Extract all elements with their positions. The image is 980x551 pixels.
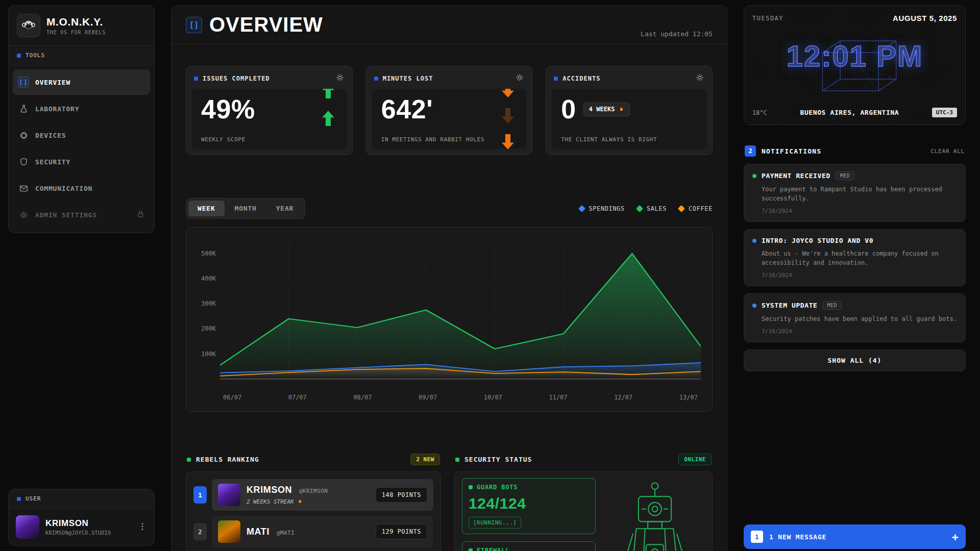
stat-body: 0 4 WEEKS THE CLIENT ALWAYS IS RIGHT xyxy=(552,89,706,149)
stat-value: 642' xyxy=(381,96,518,122)
stat-value-row: 0 4 WEEKS xyxy=(561,96,697,122)
user-email: KRIMSON@JOYCO.STUDIO xyxy=(45,530,111,536)
clear-all-button[interactable]: CLEAR ALL xyxy=(930,148,965,155)
section-bullet-icon xyxy=(17,497,21,501)
clock-date: AUGUST 5, 2025 xyxy=(893,14,957,22)
message-count-badge: 1 xyxy=(751,531,763,543)
guard-bots-state: [RUNNING...] xyxy=(469,517,521,529)
stat-card-issues: ISSUES COMPLETED 49% WEEKLY SCOPE xyxy=(186,66,353,155)
sidebar-item-label: COMMUNICATION xyxy=(35,185,92,192)
stat-header: MINUTES LOST xyxy=(372,72,527,89)
notification-item[interactable]: SYSTEM UPDATE MED Security patches have … xyxy=(744,293,966,342)
stat-card-accidents: ACCIDENTS 0 4 WEEKS TH xyxy=(546,66,713,155)
ranking-user-name: MATI xyxy=(247,527,270,537)
x-axis-labels: 06/0707/0708/0709/0710/0711/0712/0713/07 xyxy=(223,394,698,401)
notification-body: About us - We're a healthcare company fo… xyxy=(752,249,957,267)
ranking-row-1[interactable]: 1 KRIMSON @KRIMSON 2 WEEKS STREAK xyxy=(193,479,433,511)
stat-bullet-icon xyxy=(194,77,198,81)
gear-icon[interactable] xyxy=(515,73,524,84)
guard-bots-label-row: GUARD BOTS xyxy=(469,484,589,491)
user-label: USER xyxy=(26,495,41,502)
tab-year[interactable]: YEAR xyxy=(267,201,303,216)
kebab-menu-icon[interactable] xyxy=(138,522,147,533)
page-title: OVERVIEW xyxy=(209,13,323,36)
guard-robot-illustration xyxy=(605,478,705,551)
notification-title: SYSTEM UPDATE xyxy=(762,302,818,309)
sidebar-item-communication[interactable]: COMMUNICATION xyxy=(13,176,150,201)
status-dot xyxy=(752,304,756,308)
firewall-bullet-icon xyxy=(469,548,473,551)
x-tick-label: 13/07 xyxy=(679,394,698,401)
stat-card-minutes: MINUTES LOST 642' IN MEETINGS AND RABBIT… xyxy=(366,66,533,155)
notifications-count-badge: 2 xyxy=(745,145,756,157)
chip-icon xyxy=(18,130,29,141)
clock-location: BUENOS AIRES, ARGENTINA xyxy=(800,109,899,116)
notification-item[interactable]: INTRO: JOYCO STUDIO AND V0 About us - We… xyxy=(744,229,966,286)
firewall-label: FIREWALL xyxy=(477,547,509,551)
gear-icon[interactable] xyxy=(335,73,345,84)
sidebar-nav: [] OVERVIEW LABORATORY DEVICES xyxy=(9,65,154,233)
ranking-title: REBELS RANKING xyxy=(196,456,259,463)
plus-icon[interactable]: + xyxy=(952,531,959,543)
section-bullet-icon xyxy=(17,54,21,58)
message-label: 1 NEW MESSAGE xyxy=(769,533,826,541)
x-tick-label: 11/07 xyxy=(549,394,567,401)
tab-week[interactable]: WEEK xyxy=(188,201,225,216)
avatar xyxy=(16,515,39,539)
notification-title: INTRO: JOYCO STUDIO AND V0 xyxy=(762,237,873,244)
points-badge: 129 POINTS xyxy=(376,524,427,539)
notification-item[interactable]: PAYMENT RECEIVED MED Your payment to Ram… xyxy=(744,164,966,222)
user-info: KRIMSON KRIMSON@JOYCO.STUDIO xyxy=(45,518,111,536)
x-tick-label: 12/07 xyxy=(614,394,632,401)
legend-item-coffee: COFFEE xyxy=(679,205,713,212)
legend-swatch xyxy=(636,205,643,212)
legend-label: SALES xyxy=(647,205,667,212)
legend-label: COFFEE xyxy=(689,205,713,212)
points-badge: 148 POINTS xyxy=(376,487,427,503)
new-message-bar[interactable]: 1 1 NEW MESSAGE + xyxy=(744,524,966,549)
ranking-row-body: MATI @MATI 129 POINTS xyxy=(212,516,433,547)
chart-canvas xyxy=(220,237,701,390)
tools-label: TOOLS xyxy=(26,52,45,59)
gear-icon[interactable] xyxy=(695,73,704,84)
sidebar-item-devices[interactable]: DEVICES xyxy=(13,122,150,148)
status-dot xyxy=(752,174,756,178)
sidebar-item-overview[interactable]: [] OVERVIEW xyxy=(13,69,150,95)
page-header: [] OVERVIEW Last updated 12:05 xyxy=(172,6,727,44)
main-body: ISSUES COMPLETED 49% WEEKLY SCOPE xyxy=(172,44,727,551)
guard-bullet-icon xyxy=(469,485,473,489)
x-tick-label: 09/07 xyxy=(419,394,437,401)
show-all-button[interactable]: SHOW ALL (4) xyxy=(744,349,966,371)
sidebar-item-laboratory[interactable]: LABORATORY xyxy=(13,96,150,121)
sidebar-item-security[interactable]: SECURITY xyxy=(13,149,150,174)
clock-top-row: TUESDAY AUGUST 5, 2025 xyxy=(752,14,957,22)
ranking-user-handle: @KRIMSON xyxy=(299,488,328,494)
sidebar-item-admin-settings[interactable]: ADMIN SETTINGS xyxy=(13,202,150,228)
user-row: KRIMSON KRIMSON@JOYCO.STUDIO xyxy=(9,509,154,545)
app-logo-text: M.O.N.K.Y. THE OS FOR REBELS xyxy=(46,16,106,35)
flame-icon xyxy=(618,106,624,113)
tab-month[interactable]: MONTH xyxy=(226,201,266,216)
clock-widget: TUESDAY AUGUST 5, 2025 12:01 PM 18°C BUE… xyxy=(744,5,966,125)
sidebar-item-label: DEVICES xyxy=(35,132,66,139)
legend-item-sales: SALES xyxy=(637,205,667,212)
y-tick-label: 200K xyxy=(201,325,216,332)
security-panel: GUARD BOTS 124/124 [RUNNING...] FIREWALL xyxy=(454,471,713,551)
gear-icon xyxy=(18,209,29,220)
bottom-row: REBELS RANKING 2 NEW 1 KRIMSON xyxy=(186,452,713,551)
chart-range-tabs: WEEK MONTH YEAR xyxy=(186,198,305,219)
x-tick-label: 06/07 xyxy=(223,394,241,401)
app-tagline: THE OS FOR REBELS xyxy=(46,30,106,35)
brackets-icon: [] xyxy=(186,17,202,33)
right-panel: TUESDAY AUGUST 5, 2025 12:01 PM 18°C BUE… xyxy=(744,5,966,546)
status-dot xyxy=(752,239,756,243)
x-tick-label: 08/07 xyxy=(353,394,372,401)
ranking-user-name: KRIMSON xyxy=(247,485,292,495)
stat-header: ISSUES COMPLETED xyxy=(192,72,347,89)
ranking-row-2[interactable]: 2 MATI @MATI 129 POINTS xyxy=(193,516,433,547)
notification-date: 7/10/2024 xyxy=(752,328,957,335)
stat-header: ACCIDENTS xyxy=(552,72,706,89)
ranking-user-handle: @MATI xyxy=(277,530,295,536)
notification-title: PAYMENT RECEIVED xyxy=(762,172,830,180)
legend-label: SPENDINGS xyxy=(589,205,625,212)
